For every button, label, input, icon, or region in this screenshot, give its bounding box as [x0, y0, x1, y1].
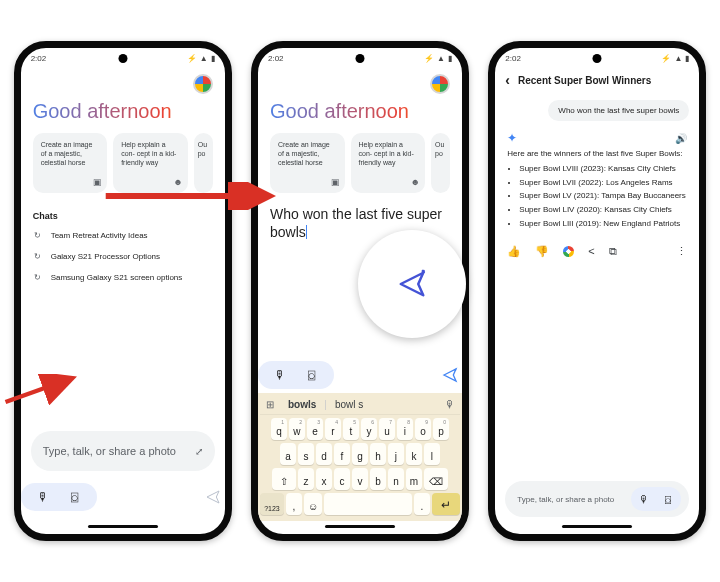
nav-handle[interactable]	[88, 525, 158, 528]
camera-notch	[118, 54, 127, 63]
speaker-icon[interactable]: 🔊	[675, 133, 687, 144]
send-icon-disabled	[205, 489, 225, 505]
greeting-text: Good afternoon	[258, 96, 462, 133]
key-symbols[interactable]: ?123	[260, 493, 284, 515]
composer-placeholder: Type, talk, or share a photo	[517, 495, 614, 504]
mic-icon[interactable]: 🎙	[272, 367, 288, 383]
camera-icon[interactable]: ⌼	[67, 489, 83, 505]
key-g[interactable]: g	[352, 443, 368, 465]
keyboard-menu-icon[interactable]: ⊞	[260, 399, 280, 410]
composer-input[interactable]: Type, talk, or share a photo 🎙 ⌼	[505, 481, 689, 517]
chat-history-item[interactable]: ↻ Team Retreat Activity Ideas	[33, 225, 213, 246]
answer-item: Super Bowl LIV (2020): Kansas City Chief…	[519, 205, 687, 216]
more-icon[interactable]: ⋮	[676, 245, 687, 258]
chat-history-label: Samsung Galaxy S21 screen options	[51, 273, 183, 282]
keyboard-suggestion[interactable]: bowls	[280, 399, 324, 410]
profile-avatar[interactable]	[430, 74, 450, 94]
key-s[interactable]: s	[298, 443, 314, 465]
keyboard-mic-icon[interactable]: 🎙	[440, 399, 460, 410]
key-x[interactable]: x	[316, 468, 332, 490]
suggestion-text: Ou po	[435, 141, 444, 157]
camera-icon[interactable]: ⌼	[660, 491, 676, 507]
chat-history-label: Galaxy S21 Processor Options	[51, 252, 160, 261]
key-v[interactable]: v	[352, 468, 368, 490]
answer-intro: Here are the winners of the last five Su…	[507, 149, 687, 160]
svg-point-0	[454, 369, 456, 371]
key-d[interactable]: d	[316, 443, 332, 465]
chat-history-item[interactable]: ↻ Samsung Galaxy S21 screen options	[33, 267, 213, 288]
suggestion-card[interactable]: Create an image of a majestic, celestial…	[33, 133, 108, 193]
on-screen-keyboard: ⊞ bowls | bowl s 🎙 q1w2e3r4t5y6u7i8o9p0 …	[258, 393, 462, 521]
keyboard-row-3: ⇧zxcvbnm⌫	[260, 468, 460, 490]
text-cursor	[306, 225, 307, 239]
nav-handle[interactable]	[562, 525, 632, 528]
key-t[interactable]: t5	[343, 418, 359, 440]
key-q[interactable]: q1	[271, 418, 287, 440]
suggestion-card[interactable]: Create an image of a majestic, celestial…	[270, 133, 345, 193]
answer-content: Here are the winners of the last five Su…	[495, 149, 699, 233]
typed-text-line1: Who won the last five super	[270, 206, 442, 222]
key-c[interactable]: c	[334, 468, 350, 490]
suggestion-card-peek[interactable]: Ou po	[194, 133, 213, 193]
suggestion-card[interactable]: Help explain a con- cept in a kid-friend…	[113, 133, 188, 193]
copy-icon[interactable]: ⧉	[609, 245, 617, 258]
key-space[interactable]	[324, 493, 412, 515]
key-k[interactable]: k	[406, 443, 422, 465]
mic-camera-chip: 🎙 ⌼	[21, 483, 97, 511]
key-shift[interactable]: ⇧	[272, 468, 296, 490]
back-icon[interactable]: ‹	[505, 72, 510, 88]
key-z[interactable]: z	[298, 468, 314, 490]
profile-avatar[interactable]	[193, 74, 213, 94]
composer-input[interactable]: Type, talk, or share a photo ⤢	[31, 431, 215, 471]
key-comma[interactable]: ,	[286, 493, 302, 515]
chat-history-item[interactable]: ↻ Galaxy S21 Processor Options	[33, 246, 213, 267]
suggestion-text: Create an image of a majestic, celestial…	[278, 141, 330, 166]
mic-icon[interactable]: 🎙	[636, 491, 652, 507]
key-emoji[interactable]: ☺	[304, 493, 322, 515]
key-f[interactable]: f	[334, 443, 350, 465]
key-period[interactable]: .	[414, 493, 430, 515]
key-j[interactable]: j	[388, 443, 404, 465]
key-backspace[interactable]: ⌫	[424, 468, 448, 490]
answer-item: Super Bowl LV (2021): Tampa Bay Buccanee…	[519, 191, 687, 202]
key-m[interactable]: m	[406, 468, 422, 490]
key-e[interactable]: e3	[307, 418, 323, 440]
key-w[interactable]: w2	[289, 418, 305, 440]
history-icon: ↻	[33, 231, 43, 240]
key-enter[interactable]: ↵	[432, 493, 460, 515]
keyboard-suggestion[interactable]: bowl s	[327, 399, 371, 410]
key-b[interactable]: b	[370, 468, 386, 490]
share-icon[interactable]: <	[588, 245, 594, 257]
key-u[interactable]: u7	[379, 418, 395, 440]
send-button[interactable]	[442, 367, 462, 383]
phone-3: 2:02 ⚡ ▲ ▮ ‹ Recent Super Bowl Winners W…	[488, 41, 706, 541]
key-y[interactable]: y6	[361, 418, 377, 440]
key-i[interactable]: i8	[397, 418, 413, 440]
thumb-down-icon[interactable]: 👎	[535, 245, 549, 258]
svg-point-3	[423, 271, 425, 273]
key-n[interactable]: n	[388, 468, 404, 490]
key-a[interactable]: a	[280, 443, 296, 465]
key-h[interactable]: h	[370, 443, 386, 465]
camera-icon[interactable]: ⌼	[304, 367, 320, 383]
mic-camera-chip: 🎙 ⌼	[258, 361, 334, 389]
status-battery-icon: ▮	[211, 54, 215, 63]
image-icon: ▣	[93, 177, 102, 188]
composer-placeholder: Type, talk, or share a photo	[43, 445, 176, 457]
key-o[interactable]: o9	[415, 418, 431, 440]
composer-toolbar: 🎙 ⌼	[258, 357, 462, 393]
mic-icon[interactable]: 🎙	[35, 489, 51, 505]
suggestion-cards-row: Create an image of a majestic, celestial…	[21, 133, 225, 193]
history-icon: ↻	[33, 252, 43, 261]
key-l[interactable]: l	[424, 443, 440, 465]
keyboard-row-1: q1w2e3r4t5y6u7i8o9p0	[260, 418, 460, 440]
key-r[interactable]: r4	[325, 418, 341, 440]
key-p[interactable]: p0	[433, 418, 449, 440]
suggestion-card-peek[interactable]: Ou po	[431, 133, 450, 193]
send-icon	[397, 269, 427, 299]
suggestion-card[interactable]: Help explain a con- cept in a kid-friend…	[351, 133, 426, 193]
thumb-up-icon[interactable]: 👍	[507, 245, 521, 258]
google-icon[interactable]	[563, 246, 574, 257]
expand-icon[interactable]: ⤢	[195, 446, 203, 457]
nav-handle[interactable]	[325, 525, 395, 528]
